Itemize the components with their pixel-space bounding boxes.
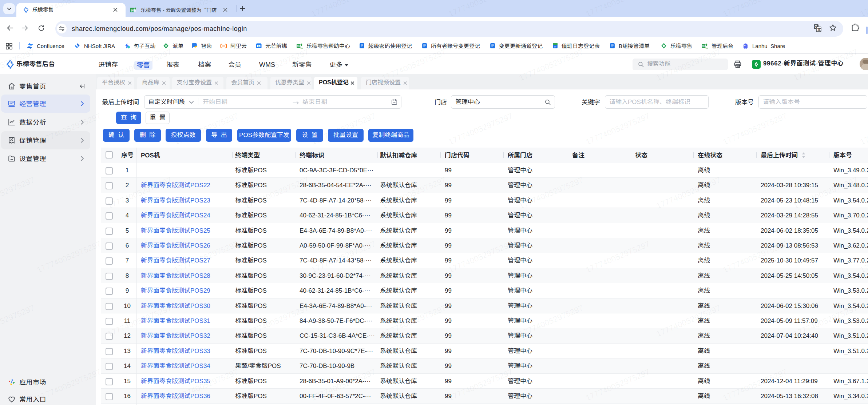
svg-text:LEMON: LEMON <box>301 48 303 49</box>
svg-text:LEMON: LEMON <box>706 48 708 49</box>
svg-text:文: 文 <box>817 28 821 32</box>
